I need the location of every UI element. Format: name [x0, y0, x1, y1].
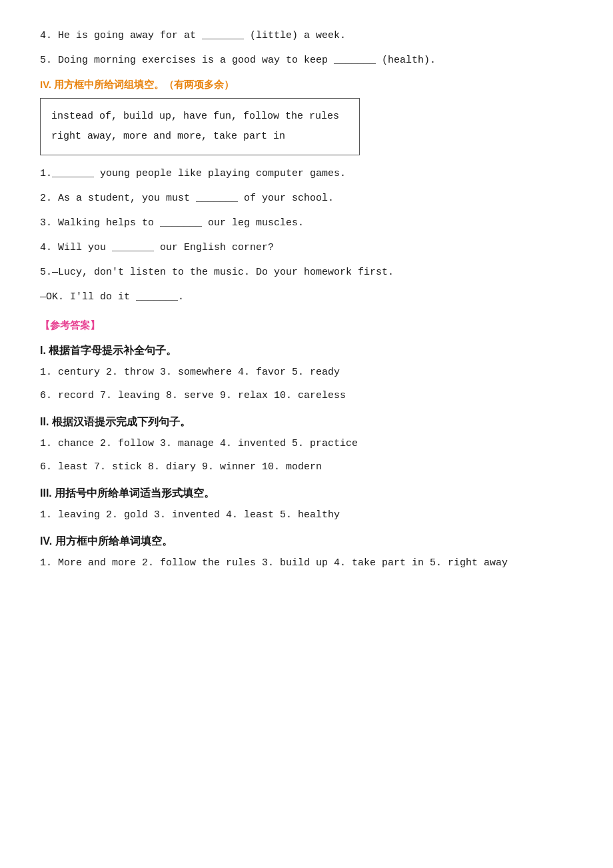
s4-q2: 2. As a student, you must _______ of you…: [40, 189, 573, 207]
s4-q5a: 5.—Lucy, don't listen to the music. Do y…: [40, 263, 573, 281]
answer3-header: III. 用括号中所给单词适当形式填空。: [40, 487, 573, 501]
answer4-line1: 1. More and more 2. follow the rules 3. …: [40, 554, 573, 572]
s4-q4: 4. Will you _______ our English corner?: [40, 239, 573, 257]
question-4: 4. He is going away for at _______ (litt…: [40, 27, 573, 45]
answer1-header: I. 根据首字母提示补全句子。: [40, 344, 573, 358]
answer2-line1: 1. chance 2. follow 3. manage 4. invente…: [40, 435, 573, 453]
s4-q1: 1._______ young people like playing comp…: [40, 165, 573, 183]
section4-questions: 1._______ young people like playing comp…: [40, 165, 573, 306]
answer4-header: IV. 用方框中所给单词填空。: [40, 535, 573, 549]
answer1-line1: 1. century 2. throw 3. somewhere 4. favo…: [40, 363, 573, 381]
section4-header: IV. 用方框中所给词组填空。（有两项多余）: [40, 79, 573, 91]
answer-section: I. 根据首字母提示补全句子。 1. century 2. throw 3. s…: [40, 344, 573, 572]
answer2-header: II. 根据汉语提示完成下列句子。: [40, 415, 573, 429]
word-box-line1: instead of, build up, have fun, follow t…: [51, 107, 348, 127]
answer1-line2: 6. record 7. leaving 8. serve 9. relax 1…: [40, 387, 573, 405]
question-5: 5. Doing morning exercises is a good way…: [40, 51, 573, 69]
answer3-line1: 1. leaving 2. gold 3. invented 4. least …: [40, 506, 573, 524]
answer2-line2: 6. least 7. stick 8. diary 9. winner 10.…: [40, 458, 573, 476]
s4-q3: 3. Walking helps to _______ our leg musc…: [40, 214, 573, 232]
word-box-line2: right away, more and more, take part in: [51, 127, 348, 147]
ref-answer-label: 【参考答案】: [40, 319, 573, 332]
word-box: instead of, build up, have fun, follow t…: [40, 98, 360, 155]
s4-q5b: —OK. I'll do it _______.: [40, 288, 573, 306]
